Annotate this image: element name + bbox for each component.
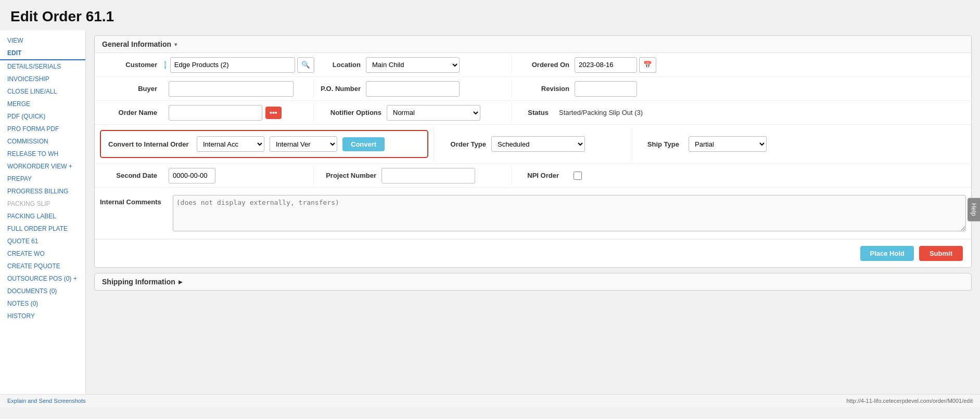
internal-ver-select[interactable]: Internal Ver Version 2	[270, 136, 337, 152]
sidebar-item-edit[interactable]: EDIT	[0, 47, 85, 60]
shipping-info-header: Shipping Information ▸	[94, 273, 972, 291]
sidebar-item-workorder-view[interactable]: WORKORDER VIEW +	[0, 160, 85, 173]
revision-label: Revision	[517, 85, 575, 93]
shipping-arrow-icon: ▸	[179, 278, 182, 286]
notifier-options-label: Notifier Options	[319, 109, 387, 116]
cell-ship-type: Ship Type Partial Complete Drop Ship	[632, 133, 971, 155]
row-internal-comments: Internal Comments	[95, 188, 971, 239]
po-number-label: P.O. Number	[319, 85, 366, 93]
row-customer: Customer i 🔍 Location Main Child	[95, 53, 971, 77]
shipping-info-title: Shipping Information	[102, 278, 175, 286]
sidebar-item-view[interactable]: VIEW	[0, 34, 85, 47]
help-tab[interactable]: Help	[968, 198, 980, 221]
form-grid: Customer i 🔍 Location Main Child	[95, 53, 971, 267]
cell-revision: Revision	[512, 78, 971, 100]
po-number-input[interactable]	[366, 81, 460, 97]
customer-input[interactable]	[170, 57, 295, 73]
cell-order-type: Order Type Scheduled Normal Rush	[434, 133, 632, 155]
buyer-label: Buyer	[100, 85, 162, 93]
ship-type-select[interactable]: Partial Complete Drop Ship	[689, 136, 767, 152]
sidebar-item-commission[interactable]: COMMISSION	[0, 135, 85, 148]
bottom-bar: Explain and Send Screenshots http://4-11…	[0, 394, 980, 407]
order-type-label: Order Type	[439, 140, 491, 148]
buyer-input[interactable]	[169, 81, 294, 97]
action-row: Place Hold Submit	[95, 239, 971, 267]
sidebar-item-invoice-ship[interactable]: INVOICE/SHIP	[0, 73, 85, 85]
customer-input-group: 🔍	[170, 57, 314, 73]
cell-second-date: Second Date	[95, 165, 313, 187]
cell-ordered-on: Ordered On 📅	[512, 54, 971, 76]
internal-acc-select[interactable]: Internal Acc Account 2	[197, 136, 264, 152]
convert-label: Convert to Internal Order	[108, 140, 192, 148]
general-info-card: General Information ▾ Customer i 🔍	[94, 35, 972, 268]
notifier-options-select[interactable]: Normal All None	[387, 105, 480, 121]
convert-button[interactable]: Convert	[342, 137, 385, 151]
row-order-name: Order Name ••• Notifier Options Normal A…	[95, 101, 971, 125]
page-title: Edit Order 61.1	[0, 0, 980, 30]
cell-npi-order: NPI Order	[512, 168, 971, 183]
submit-button[interactable]: Submit	[919, 246, 963, 261]
place-hold-button[interactable]: Place Hold	[860, 246, 913, 261]
cell-status: Status Started/Packing Slip Out (3)	[512, 106, 971, 120]
row-buyer: Buyer P.O. Number Revision	[95, 77, 971, 101]
location-select[interactable]: Main Child	[366, 57, 460, 73]
general-info-header: General Information ▾	[95, 36, 971, 53]
explain-text[interactable]: Explain and Send Screenshots	[7, 398, 85, 404]
sidebar-item-pdf-quick[interactable]: PDF (QUICK)	[0, 110, 85, 123]
header-arrow-icon: ▾	[174, 42, 177, 47]
revision-input[interactable]	[575, 81, 637, 97]
sidebar-item-full-order-plate[interactable]: FULL ORDER PLATE	[0, 222, 85, 235]
cell-notifier-options: Notifier Options Normal All None	[314, 102, 512, 124]
cell-convert: Convert to Internal Order Internal Acc A…	[95, 125, 434, 163]
cell-project-number: Project Number	[314, 165, 512, 187]
row-second-date: Second Date Project Number NPI Order	[95, 164, 971, 188]
sidebar-item-outsource-pos[interactable]: OUTSOURCE POS (0) +	[0, 272, 85, 285]
sidebar: VIEWEDITDETAILS/SERIALSINVOICE/SHIPCLOSE…	[0, 30, 86, 394]
sidebar-item-packing-label[interactable]: PACKING LABEL	[0, 210, 85, 222]
ordered-on-calendar-icon[interactable]: 📅	[639, 57, 656, 73]
sidebar-item-documents[interactable]: DOCUMENTS (0)	[0, 285, 85, 297]
order-name-label: Order Name	[100, 109, 162, 116]
ordered-on-input[interactable]	[575, 57, 637, 73]
order-name-input[interactable]	[169, 105, 262, 121]
order-name-dots-button[interactable]: •••	[265, 107, 282, 119]
customer-info-icon[interactable]: i	[164, 61, 166, 69]
location-label: Location	[319, 61, 366, 69]
main-content: General Information ▾ Customer i 🔍	[86, 30, 980, 394]
cell-buyer: Buyer	[95, 78, 313, 100]
internal-comments-textarea[interactable]	[173, 195, 966, 231]
cell-po-number: P.O. Number	[314, 78, 512, 100]
sidebar-item-progress-billing[interactable]: PROGRESS BILLING	[0, 185, 85, 198]
internal-comments-label: Internal Comments	[100, 195, 167, 206]
second-date-input[interactable]	[169, 168, 215, 184]
project-number-label: Project Number	[319, 172, 381, 179]
order-type-select[interactable]: Scheduled Normal Rush	[491, 136, 585, 152]
general-info-title: General Information	[102, 40, 171, 48]
convert-to-internal-box: Convert to Internal Order Internal Acc A…	[100, 130, 428, 158]
sidebar-item-notes[interactable]: NOTES (0)	[0, 297, 85, 310]
cell-customer: Customer i 🔍	[95, 54, 313, 76]
sidebar-item-quote-61[interactable]: QUOTE 61	[0, 235, 85, 247]
sidebar-item-merge[interactable]: MERGE	[0, 98, 85, 110]
url-text: http://4-11-lifo.cetecerpdevel.com/order…	[846, 398, 973, 404]
cell-order-name: Order Name •••	[95, 102, 313, 124]
status-label: Status	[517, 109, 554, 116]
sidebar-item-close-line-all[interactable]: CLOSE LINE/ALL	[0, 85, 85, 98]
ship-type-label: Ship Type	[638, 140, 684, 148]
sidebar-item-pro-forma-pdf[interactable]: PRO FORMA PDF	[0, 123, 85, 135]
npi-order-label: NPI Order	[517, 172, 564, 179]
sidebar-item-details-serials[interactable]: DETAILS/SERIALS	[0, 60, 85, 73]
npi-order-checkbox[interactable]	[574, 172, 582, 180]
cell-internal-comments: Internal Comments	[95, 192, 971, 234]
sidebar-item-release-to-wh[interactable]: RELEASE TO WH	[0, 148, 85, 160]
sidebar-item-create-pquote[interactable]: CREATE PQUOTE	[0, 260, 85, 272]
sidebar-item-history[interactable]: HISTORY	[0, 310, 85, 322]
customer-label: Customer	[100, 61, 162, 69]
project-number-input[interactable]	[381, 168, 475, 184]
ordered-on-label: Ordered On	[517, 61, 575, 69]
sidebar-item-prepay[interactable]: PREPAY	[0, 173, 85, 185]
customer-search-button[interactable]: 🔍	[297, 57, 314, 73]
second-date-label: Second Date	[100, 172, 162, 179]
cell-location: Location Main Child	[314, 54, 512, 76]
sidebar-item-create-wo[interactable]: CREATE WO	[0, 247, 85, 260]
